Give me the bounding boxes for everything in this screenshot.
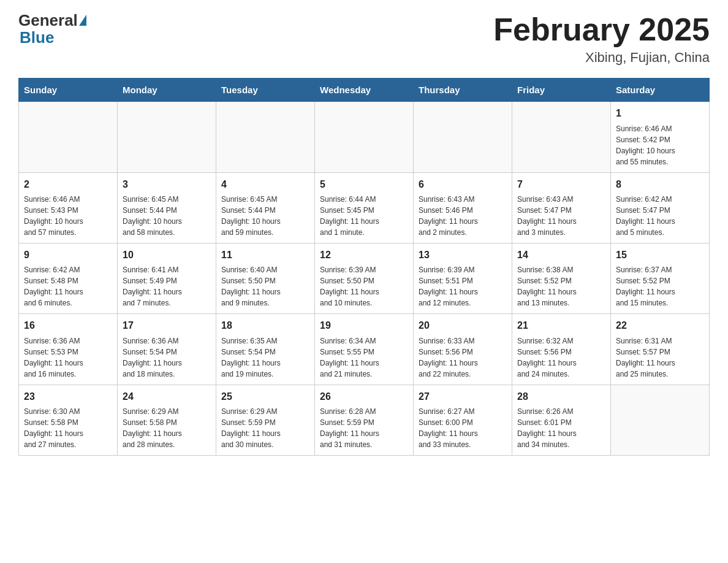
logo-triangle-icon [79,15,86,26]
day-number: 3 [123,178,211,191]
day-number: 26 [320,390,408,404]
table-row: 9Sunrise: 6:42 AMSunset: 5:48 PMDaylight… [19,243,118,313]
day-number: 18 [221,319,309,332]
day-number: 7 [517,178,605,191]
day-info: Sunrise: 6:45 AMSunset: 5:44 PMDaylight:… [123,194,211,238]
day-number: 14 [517,248,605,262]
day-info: Sunrise: 6:45 AMSunset: 5:44 PMDaylight:… [221,194,309,238]
day-info: Sunrise: 6:34 AMSunset: 5:55 PMDaylight:… [320,335,408,380]
day-info: Sunrise: 6:39 AMSunset: 5:51 PMDaylight:… [419,264,507,308]
header-saturday: Saturday [611,79,710,102]
table-row: 21Sunrise: 6:32 AMSunset: 5:56 PMDayligh… [512,314,611,385]
day-info: Sunrise: 6:39 AMSunset: 5:50 PMDaylight:… [320,264,408,308]
day-number: 24 [123,390,211,404]
table-row [19,102,118,172]
day-info: Sunrise: 6:46 AMSunset: 5:42 PMDaylight:… [616,123,704,167]
table-row: 10Sunrise: 6:41 AMSunset: 5:49 PMDayligh… [118,243,216,313]
table-row: 14Sunrise: 6:38 AMSunset: 5:52 PMDayligh… [512,243,611,313]
day-info: Sunrise: 6:44 AMSunset: 5:45 PMDaylight:… [320,194,408,238]
table-row [315,102,414,172]
header-tuesday: Tuesday [216,79,315,102]
weekday-header-row: Sunday Monday Tuesday Wednesday Thursday… [19,79,710,102]
day-info: Sunrise: 6:35 AMSunset: 5:54 PMDaylight:… [221,335,309,380]
table-row: 3Sunrise: 6:45 AMSunset: 5:44 PMDaylight… [118,172,216,243]
day-number: 20 [419,319,507,332]
logo-blue-text: Blue [20,28,54,47]
day-info: Sunrise: 6:36 AMSunset: 5:54 PMDaylight:… [123,335,211,380]
day-number: 28 [517,390,605,404]
day-info: Sunrise: 6:42 AMSunset: 5:47 PMDaylight:… [616,194,704,238]
logo: General Blue [18,12,86,47]
table-row: 27Sunrise: 6:27 AMSunset: 6:00 PMDayligh… [414,385,512,455]
month-title: February 2025 [493,12,710,47]
header-thursday: Thursday [414,79,512,102]
calendar-table: Sunday Monday Tuesday Wednesday Thursday… [18,78,710,456]
table-row: 2Sunrise: 6:46 AMSunset: 5:43 PMDaylight… [19,172,118,243]
table-row: 6Sunrise: 6:43 AMSunset: 5:46 PMDaylight… [414,172,512,243]
day-info: Sunrise: 6:30 AMSunset: 5:58 PMDaylight:… [24,406,112,450]
day-number: 13 [419,248,507,262]
page-header: General Blue February 2025 Xibing, Fujia… [18,12,710,66]
table-row: 20Sunrise: 6:33 AMSunset: 5:56 PMDayligh… [414,314,512,385]
day-info: Sunrise: 6:43 AMSunset: 5:46 PMDaylight:… [419,194,507,238]
table-row: 15Sunrise: 6:37 AMSunset: 5:52 PMDayligh… [611,243,710,313]
table-row: 25Sunrise: 6:29 AMSunset: 5:59 PMDayligh… [216,385,315,455]
day-number: 5 [320,178,408,191]
table-row: 1Sunrise: 6:46 AMSunset: 5:42 PMDaylight… [611,102,710,172]
day-number: 22 [616,319,704,332]
day-info: Sunrise: 6:43 AMSunset: 5:47 PMDaylight:… [517,194,605,238]
table-row: 8Sunrise: 6:42 AMSunset: 5:47 PMDaylight… [611,172,710,243]
table-row: 4Sunrise: 6:45 AMSunset: 5:44 PMDaylight… [216,172,315,243]
day-info: Sunrise: 6:28 AMSunset: 5:59 PMDaylight:… [320,406,408,450]
calendar-week-row: 16Sunrise: 6:36 AMSunset: 5:53 PMDayligh… [19,314,710,385]
day-number: 12 [320,248,408,262]
day-info: Sunrise: 6:31 AMSunset: 5:57 PMDaylight:… [616,335,704,380]
day-info: Sunrise: 6:46 AMSunset: 5:43 PMDaylight:… [24,194,112,238]
table-row: 23Sunrise: 6:30 AMSunset: 5:58 PMDayligh… [19,385,118,455]
day-number: 23 [24,390,112,404]
day-number: 17 [123,319,211,332]
table-row: 5Sunrise: 6:44 AMSunset: 5:45 PMDaylight… [315,172,414,243]
table-row: 26Sunrise: 6:28 AMSunset: 5:59 PMDayligh… [315,385,414,455]
header-sunday: Sunday [19,79,118,102]
location-text: Xibing, Fujian, China [493,50,710,66]
day-number: 11 [221,248,309,262]
title-area: February 2025 Xibing, Fujian, China [493,12,710,66]
table-row [414,102,512,172]
day-number: 25 [221,390,309,404]
day-number: 4 [221,178,309,191]
table-row: 22Sunrise: 6:31 AMSunset: 5:57 PMDayligh… [611,314,710,385]
header-friday: Friday [512,79,611,102]
table-row [512,102,611,172]
day-info: Sunrise: 6:41 AMSunset: 5:49 PMDaylight:… [123,264,211,308]
table-row: 17Sunrise: 6:36 AMSunset: 5:54 PMDayligh… [118,314,216,385]
table-row [118,102,216,172]
day-info: Sunrise: 6:42 AMSunset: 5:48 PMDaylight:… [24,264,112,308]
calendar-week-row: 9Sunrise: 6:42 AMSunset: 5:48 PMDaylight… [19,243,710,313]
day-number: 21 [517,319,605,332]
calendar-week-row: 23Sunrise: 6:30 AMSunset: 5:58 PMDayligh… [19,385,710,455]
header-wednesday: Wednesday [315,79,414,102]
day-number: 16 [24,319,112,332]
table-row: 7Sunrise: 6:43 AMSunset: 5:47 PMDaylight… [512,172,611,243]
day-number: 27 [419,390,507,404]
logo-general-text: General [18,12,78,28]
day-number: 19 [320,319,408,332]
day-info: Sunrise: 6:40 AMSunset: 5:50 PMDaylight:… [221,264,309,308]
day-number: 10 [123,248,211,262]
table-row: 16Sunrise: 6:36 AMSunset: 5:53 PMDayligh… [19,314,118,385]
calendar-week-row: 1Sunrise: 6:46 AMSunset: 5:42 PMDaylight… [19,102,710,172]
day-info: Sunrise: 6:36 AMSunset: 5:53 PMDaylight:… [24,335,112,380]
day-info: Sunrise: 6:27 AMSunset: 6:00 PMDaylight:… [419,406,507,450]
day-number: 15 [616,248,704,262]
day-info: Sunrise: 6:29 AMSunset: 5:58 PMDaylight:… [123,406,211,450]
table-row [216,102,315,172]
day-info: Sunrise: 6:37 AMSunset: 5:52 PMDaylight:… [616,264,704,308]
table-row: 13Sunrise: 6:39 AMSunset: 5:51 PMDayligh… [414,243,512,313]
table-row: 18Sunrise: 6:35 AMSunset: 5:54 PMDayligh… [216,314,315,385]
day-info: Sunrise: 6:33 AMSunset: 5:56 PMDaylight:… [419,335,507,380]
table-row: 11Sunrise: 6:40 AMSunset: 5:50 PMDayligh… [216,243,315,313]
day-info: Sunrise: 6:38 AMSunset: 5:52 PMDaylight:… [517,264,605,308]
day-number: 2 [24,178,112,191]
day-info: Sunrise: 6:29 AMSunset: 5:59 PMDaylight:… [221,406,309,450]
